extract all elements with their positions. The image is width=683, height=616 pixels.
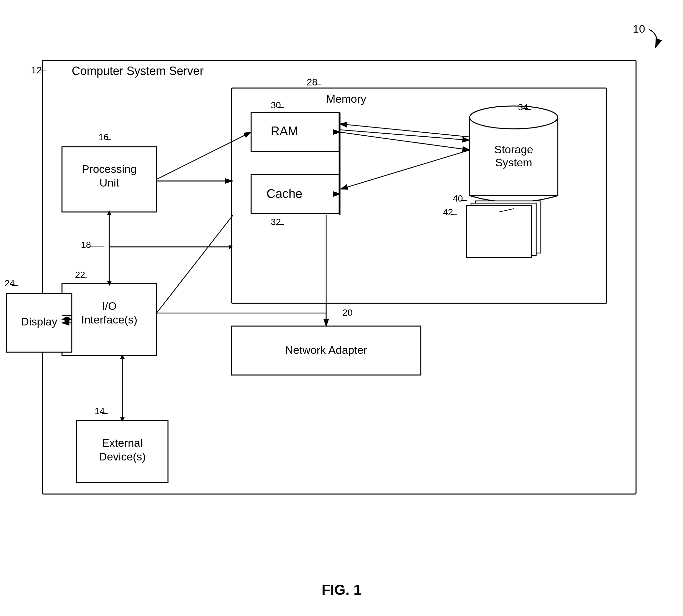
svg-text:28: 28 — [307, 76, 317, 87]
svg-marker-70 — [229, 245, 233, 249]
svg-text:I/O: I/O — [102, 300, 116, 312]
svg-text:18: 18 — [81, 240, 91, 250]
svg-rect-19 — [62, 284, 157, 355]
svg-text:RAM: RAM — [271, 124, 298, 138]
svg-marker-67 — [120, 354, 125, 359]
svg-line-72 — [499, 209, 514, 212]
svg-line-44 — [340, 124, 470, 137]
svg-text:22: 22 — [75, 270, 85, 280]
svg-rect-4 — [42, 60, 636, 494]
svg-text:Display: Display — [21, 315, 57, 328]
svg-text:Storage: Storage — [494, 143, 533, 156]
svg-text:Network Adapter: Network Adapter — [285, 344, 367, 356]
svg-text:32: 32 — [271, 217, 281, 227]
outer-box-title: Computer System Server — [72, 64, 203, 78]
svg-line-57 — [157, 132, 251, 179]
svg-line-52 — [340, 150, 470, 189]
svg-rect-23 — [232, 326, 421, 375]
svg-rect-12 — [251, 174, 339, 214]
svg-text:24: 24 — [4, 278, 15, 288]
svg-text:30: 30 — [271, 100, 281, 110]
svg-marker-55 — [107, 281, 112, 286]
svg-text:Unit: Unit — [100, 176, 119, 189]
svg-rect-33 — [466, 205, 532, 258]
svg-line-60 — [157, 215, 233, 313]
svg-rect-32 — [471, 203, 536, 255]
svg-marker-54 — [107, 210, 112, 215]
svg-text:Device(s): Device(s) — [99, 450, 146, 463]
svg-point-27 — [470, 106, 558, 129]
svg-text:10: 10 — [633, 22, 645, 35]
svg-text:Interface(s): Interface(s) — [81, 313, 137, 326]
svg-rect-15 — [62, 147, 157, 212]
svg-text:20: 20 — [343, 308, 353, 317]
svg-text:16: 16 — [98, 132, 109, 142]
svg-rect-9 — [251, 112, 339, 152]
svg-text:Memory: Memory — [326, 93, 366, 105]
svg-text:System: System — [495, 156, 532, 169]
diagram-container: 10 Computer System Server 12 Memory 28 R… — [0, 0, 683, 616]
svg-text:42: 42 — [443, 207, 453, 217]
svg-rect-36 — [6, 293, 72, 352]
svg-marker-68 — [120, 417, 125, 422]
svg-text:40: 40 — [453, 193, 463, 203]
svg-rect-26 — [470, 117, 558, 196]
svg-line-43 — [339, 132, 470, 150]
svg-text:External: External — [102, 437, 143, 449]
svg-line-51 — [340, 130, 470, 140]
svg-text:Processing: Processing — [82, 163, 137, 175]
svg-rect-39 — [76, 421, 168, 483]
svg-text:34: 34 — [518, 102, 528, 112]
svg-text:14: 14 — [94, 406, 105, 416]
svg-rect-31 — [476, 201, 541, 253]
diagram-svg: 10 Computer System Server 12 Memory 28 R… — [0, 0, 683, 616]
svg-text:12: 12 — [31, 65, 42, 75]
figure-label: FIG. 1 — [322, 582, 361, 598]
svg-text:Cache: Cache — [266, 187, 302, 201]
svg-rect-6 — [232, 88, 607, 303]
